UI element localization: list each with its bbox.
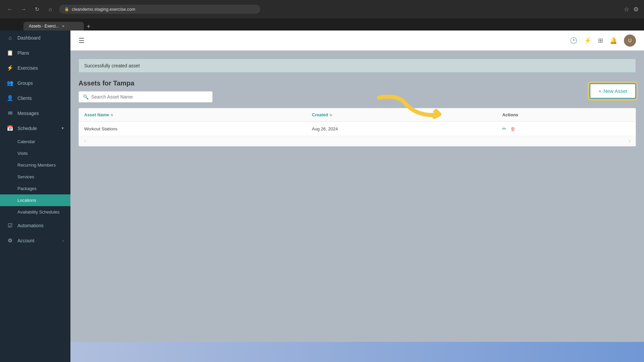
- sidebar-item-groups[interactable]: 👥 Groups: [0, 75, 70, 90]
- sidebar-label-services: Services: [17, 174, 34, 179]
- url-text: cleandemo.staging.exercise.com: [72, 7, 135, 12]
- sidebar-label-messages: Messages: [17, 111, 39, 116]
- sidebar-item-packages[interactable]: Packages: [0, 183, 70, 194]
- refresh-button[interactable]: ↻: [32, 5, 42, 14]
- col-header-asset-name[interactable]: Asset Name ⇅: [79, 108, 307, 122]
- scroll-right-indicator[interactable]: ›: [626, 137, 633, 145]
- new-tab-button[interactable]: +: [84, 23, 93, 31]
- new-asset-area: + New Asset: [590, 83, 636, 99]
- messages-icon: ✉: [7, 110, 13, 116]
- assets-table: Asset Name ⇅ Created ⇅ Actions: [79, 108, 636, 136]
- sidebar-item-locations[interactable]: Locations: [0, 194, 70, 206]
- action-icons: ✏ 🗑: [502, 126, 630, 132]
- back-button[interactable]: ←: [5, 5, 15, 14]
- sidebar-item-visits[interactable]: Visits: [0, 147, 70, 159]
- star-icon[interactable]: ☆: [624, 6, 629, 13]
- browser-toolbar-icons: ☆ ⚙: [624, 6, 639, 13]
- sidebar-label-dashboard: Dashboard: [17, 35, 41, 41]
- sidebar-item-account[interactable]: ⚙ Account ›: [0, 233, 70, 248]
- topbar: ☰ 🕐 ⚡ ⊞ 🔔 U: [70, 31, 644, 51]
- sidebar-item-recurring-members[interactable]: Recurring Members: [0, 159, 70, 171]
- dashboard-icon: ⌂: [7, 35, 13, 41]
- sidebar-label-recurring-members: Recurring Members: [17, 163, 56, 168]
- sort-asset-name-icon: ⇅: [110, 113, 113, 117]
- groups-icon: 👥: [7, 80, 13, 86]
- main-content: Successfully created asset Assets for Ta…: [70, 51, 644, 362]
- tab-title: Assets - Exerci...: [29, 24, 59, 28]
- home-button[interactable]: ⌂: [46, 5, 55, 14]
- grid-icon[interactable]: ⊞: [598, 37, 603, 44]
- new-asset-label: New Asset: [603, 88, 627, 94]
- sidebar-label-calendar: Calendar: [17, 139, 35, 144]
- sidebar-label-schedule: Schedule: [17, 126, 37, 131]
- sidebar-item-schedule[interactable]: 📅 Schedule ▾: [0, 121, 70, 136]
- col-label-actions: Actions: [502, 112, 518, 117]
- table-body: Workout Stations Aug 26, 2024 ✏ 🗑: [79, 122, 636, 136]
- bolt-icon[interactable]: ⚡: [584, 37, 591, 44]
- cell-created: Aug 26, 2024: [307, 122, 497, 136]
- schedule-icon: 📅: [7, 125, 13, 131]
- account-chevron-icon: ›: [62, 239, 64, 243]
- tab-close-icon[interactable]: ✕: [62, 24, 65, 28]
- avatar[interactable]: U: [624, 35, 636, 47]
- lock-icon: 🔒: [64, 7, 69, 11]
- clock-icon[interactable]: 🕐: [570, 37, 577, 44]
- app-shell: ⌂ Dashboard 📋 Plans ⚡ Exercises 👥 Groups…: [0, 31, 644, 362]
- cell-asset-name: Workout Stations: [79, 122, 307, 136]
- search-input[interactable]: [91, 94, 208, 100]
- delete-icon[interactable]: 🗑: [511, 126, 516, 132]
- sidebar: ⌂ Dashboard 📋 Plans ⚡ Exercises 👥 Groups…: [0, 31, 70, 362]
- browser-chrome: ← → ↻ ⌂ 🔒 cleandemo.staging.exercise.com…: [0, 0, 644, 18]
- sidebar-item-availability-schedules[interactable]: Availability Schedules: [0, 206, 70, 218]
- sidebar-label-exercises: Exercises: [17, 65, 38, 71]
- edit-icon[interactable]: ✏: [502, 126, 506, 132]
- sidebar-item-messages[interactable]: ✉ Messages: [0, 106, 70, 121]
- sidebar-label-availability-schedules: Availability Schedules: [17, 209, 60, 215]
- sidebar-item-plans[interactable]: 📋 Plans: [0, 45, 70, 60]
- plans-icon: 📋: [7, 50, 13, 56]
- sort-created-icon: ⇅: [329, 113, 332, 117]
- tab-bar: Assets - Exerci... ✕ +: [0, 18, 644, 31]
- sidebar-label-clients: Clients: [17, 96, 32, 101]
- exercises-icon: ⚡: [7, 65, 13, 71]
- search-icon: 🔍: [83, 94, 89, 100]
- bell-icon[interactable]: 🔔: [610, 37, 617, 44]
- hamburger-menu-button[interactable]: ☰: [78, 37, 85, 45]
- sidebar-item-exercises[interactable]: ⚡ Exercises: [0, 60, 70, 75]
- sidebar-label-visits: Visits: [17, 151, 28, 156]
- topbar-right-icons: 🕐 ⚡ ⊞ 🔔 U: [570, 35, 636, 47]
- new-asset-button[interactable]: + New Asset: [590, 83, 636, 99]
- account-icon: ⚙: [7, 237, 13, 244]
- sidebar-item-clients[interactable]: 👤 Clients: [0, 90, 70, 106]
- search-bar: 🔍: [78, 91, 213, 103]
- success-text: Successfully created asset: [84, 63, 140, 68]
- sidebar-item-services[interactable]: Services: [0, 171, 70, 183]
- sidebar-label-locations: Locations: [17, 198, 36, 203]
- col-header-actions: Actions: [497, 108, 636, 122]
- sidebar-label-account: Account: [17, 238, 35, 243]
- address-bar[interactable]: 🔒 cleandemo.staging.exercise.com: [59, 5, 260, 14]
- schedule-chevron-icon: ▾: [62, 126, 64, 130]
- assets-table-wrapper: Asset Name ⇅ Created ⇅ Actions: [78, 108, 636, 146]
- table-footer: ‹ ›: [79, 136, 636, 146]
- extensions-icon[interactable]: ⚙: [633, 6, 639, 13]
- table-header: Asset Name ⇅ Created ⇅ Actions: [79, 108, 636, 122]
- success-banner: Successfully created asset: [78, 59, 636, 73]
- cell-actions: ✏ 🗑: [497, 122, 636, 136]
- sidebar-item-automations[interactable]: ☑ Automations: [0, 218, 70, 233]
- page-header: Assets for Tampa 🔍 + New Asset: [78, 79, 636, 103]
- sidebar-item-calendar[interactable]: Calendar: [0, 136, 70, 147]
- clients-icon: 👤: [7, 95, 13, 101]
- scroll-left-indicator[interactable]: ‹: [82, 137, 88, 145]
- col-label-asset-name: Asset Name: [84, 112, 109, 117]
- sidebar-label-groups: Groups: [17, 80, 33, 86]
- sidebar-label-packages: Packages: [17, 186, 37, 191]
- active-tab[interactable]: Assets - Exerci... ✕: [23, 22, 84, 31]
- new-asset-plus-icon: +: [598, 88, 601, 94]
- table-row: Workout Stations Aug 26, 2024 ✏ 🗑: [79, 122, 636, 136]
- sidebar-item-dashboard[interactable]: ⌂ Dashboard: [0, 31, 70, 45]
- forward-button[interactable]: →: [19, 5, 28, 14]
- sidebar-label-plans: Plans: [17, 50, 29, 56]
- col-label-created: Created: [312, 112, 328, 117]
- col-header-created[interactable]: Created ⇅: [307, 108, 497, 122]
